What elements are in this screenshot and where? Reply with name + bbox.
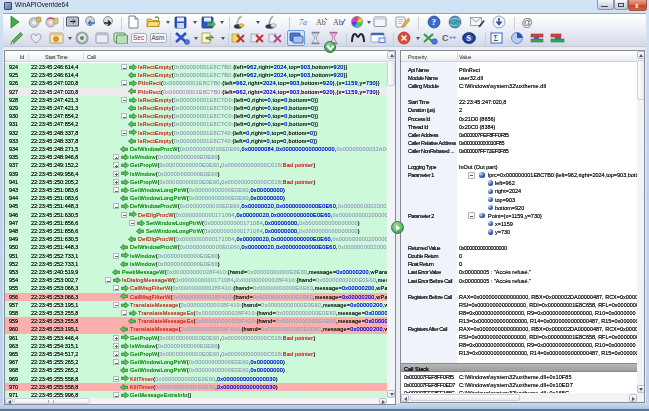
svg-text:Σ: Σ <box>494 34 499 43</box>
svg-text:++: ++ <box>449 34 457 40</box>
svg-text:7a: 7a <box>299 18 307 27</box>
svg-text:@: @ <box>522 16 533 28</box>
svg-text:S: S <box>467 34 472 43</box>
svg-text:Ab: Ab <box>333 18 343 27</box>
svg-text:?: ? <box>431 17 436 27</box>
svg-text:Asm: Asm <box>152 34 165 41</box>
svg-text:Ab: Ab <box>316 18 326 27</box>
svg-text:C: C <box>442 33 449 43</box>
svg-text:Sec: Sec <box>133 34 145 41</box>
